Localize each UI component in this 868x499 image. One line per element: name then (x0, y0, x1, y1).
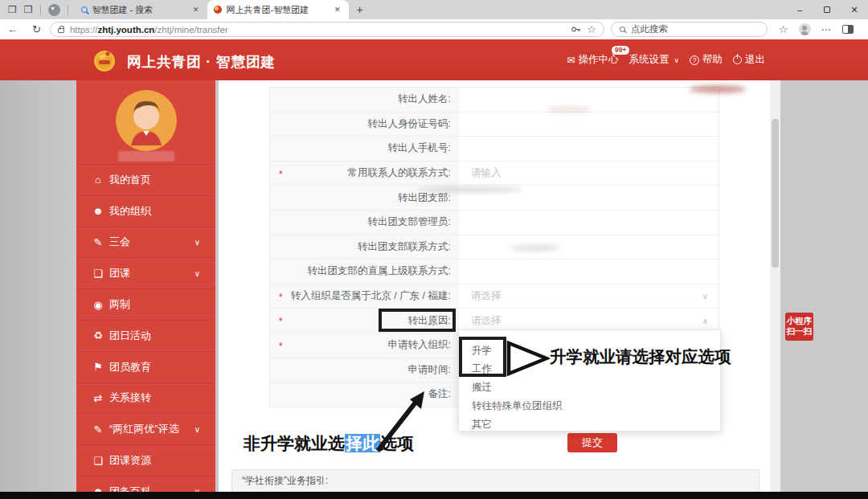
tab-close-icon[interactable]: ✕ (191, 6, 201, 14)
menu-operation-center[interactable]: ✉ 操作中心 99+ (567, 53, 618, 67)
transfer-icon: ⇄ (92, 392, 104, 404)
flag-icon: ⚑ (92, 361, 104, 373)
form-row: * 转出团支部联系方式: (270, 235, 719, 260)
url-text: https://zhtj.youth.cn/zhtj/mine/transfer (70, 25, 565, 35)
redacted-value-smudge (418, 187, 522, 192)
guide-section: “学社衔接”业务指引: (231, 469, 760, 493)
dropdown-option[interactable]: 搬迁 (459, 378, 720, 397)
select-chevron-icon: ∧ (702, 317, 708, 325)
sidebar-item-label: 我的组织 (109, 204, 151, 219)
form-label: 转出团支部: (398, 191, 451, 205)
pinned-tab-icon[interactable] (48, 4, 60, 16)
form-value-cell[interactable] (459, 235, 719, 260)
new-tab-button[interactable]: + (349, 3, 371, 16)
back-button[interactable]: ← (0, 23, 25, 35)
form-label-cell: * 转出人姓名: (270, 88, 459, 112)
form-row: * 转出团支部的直属上级联系方式: (270, 260, 719, 284)
form-value-cell[interactable] (459, 260, 719, 284)
form-label-cell: * 申请转入组织: (270, 333, 459, 358)
sidebar-item[interactable]: ⌂ 我的首页 ∨ (76, 164, 215, 195)
close-button[interactable]: ✕ (841, 0, 868, 19)
scrollbar-thumb[interactable] (772, 119, 779, 268)
sidebar-item[interactable]: ◉ 两制 ∨ (76, 288, 215, 320)
browser-address-bar: ← ↻ https://zhtj.youth.cn/zhtj/mine/tran… (0, 19, 868, 40)
chevron-down-icon: ∨ (194, 238, 200, 247)
form-value-cell[interactable] (459, 137, 719, 162)
browser-tab[interactable]: 智慧团建 - 搜索 ✕ (75, 0, 207, 19)
lock-icon (58, 28, 64, 33)
form-label: 转出团支部联系方式: (358, 240, 451, 254)
password-key-icon[interactable] (571, 24, 581, 35)
bookmark-star-icon[interactable]: ☆ (587, 24, 596, 35)
tab-favicon (81, 6, 88, 13)
sidebar-item[interactable]: ☻ 团务百科 ∨ (76, 476, 215, 492)
tab-close-icon[interactable]: ✕ (333, 6, 342, 14)
sidebar-item[interactable]: ☻ 我的组织 ∨ (76, 195, 215, 227)
sidebar-item[interactable]: ⚑ 团员教育 ∨ (76, 351, 215, 382)
folder-icon: ❏ (92, 455, 104, 467)
app-header: 网上共青团 · 智慧团建 ✉ 操作中心 99+ 系统设置 ∨ ? 帮助 退出 (0, 39, 868, 80)
form-placeholder: 请输入 (471, 166, 502, 180)
tab-actions-icon[interactable]: ❐ (24, 5, 33, 14)
url-field[interactable]: https://zhtj.youth.cn/zhtj/mine/transfer… (50, 22, 604, 37)
menu-logout[interactable]: 退出 (733, 53, 765, 67)
form-row: * 转出人手机号: (270, 137, 719, 162)
form-label-cell: * 转出团支部的直属上级联系方式: (270, 260, 459, 284)
form-label-cell: * 申请时间: (270, 358, 459, 383)
sidebar-item-label: 团课 (109, 266, 130, 280)
form-row: * 常用联系人的联系方式: 请输入 (270, 162, 719, 186)
form-label: 申请时间: (408, 363, 451, 377)
form-value-cell[interactable] (459, 211, 719, 235)
miniapp-scan-badge[interactable]: 小程序 扫一扫 (785, 313, 813, 341)
sidebar-item[interactable]: ❏ 团课资源 ∨ (76, 444, 215, 476)
form-label: 转出人姓名: (398, 92, 451, 106)
redacted-user-name (118, 151, 174, 162)
search-placeholder: 点此搜索 (631, 23, 668, 35)
envelope-icon: ✉ (567, 55, 575, 66)
sidebar: ⌂ 我的首页 ∨ ☻ 我的组织 ∨ ✎ 三会 ∨ (76, 80, 215, 492)
browser-menu-icon[interactable]: ⋯ (821, 24, 832, 35)
sidebar-item-label: 关系接转 (109, 391, 151, 405)
sidebar-item[interactable]: ⇄ 关系接转 ∨ (76, 382, 215, 414)
profile-avatar-icon[interactable] (799, 23, 811, 35)
sidebar-item-label: 两制 (109, 297, 130, 312)
sidebar-item[interactable]: ✎ 三会 ∨ (76, 227, 215, 258)
edit-icon: ✎ (92, 236, 104, 248)
sidebar-item-label: 三会 (109, 235, 130, 249)
sidebar-toggle-icon[interactable] (842, 25, 854, 34)
annotation-hollow-arrow (506, 341, 550, 376)
form-row: * 转出团支部管理员: (270, 211, 719, 235)
favorites-icon[interactable]: ☆ (779, 24, 788, 35)
browser-tab[interactable]: 网上共青团-智慧团建 ✕ (207, 0, 349, 19)
menu-help[interactable]: ? 帮助 (690, 53, 723, 67)
quick-search-box[interactable]: 点此搜索 (611, 22, 768, 37)
sidebar-item[interactable]: ✎ “两红两优”评选 ∨ (76, 413, 215, 444)
recycle-icon: ♻ (92, 329, 104, 342)
form-value-cell[interactable] (459, 112, 719, 137)
refresh-button[interactable]: ↻ (25, 23, 48, 35)
sidebar-item[interactable]: ❏ 团课 ∨ (76, 257, 215, 288)
form-label-cell: * 转入组织是否属于北京 / 广东 / 福建: (270, 284, 459, 309)
form-label-cell: * 转出团支部管理员: (270, 211, 459, 235)
dropdown-option[interactable]: 转往特殊单位团组织 (459, 397, 720, 415)
form-value-cell[interactable]: 请输入 (459, 162, 719, 186)
redacted-value-smudge (510, 245, 561, 251)
minimize-button[interactable]: – (786, 0, 813, 19)
chevron-down-icon: ∨ (194, 269, 200, 278)
sidebar-item-label: 团务百科 (109, 485, 151, 492)
maximize-button[interactable] (813, 0, 841, 19)
workspaces-icon[interactable]: ❒ (8, 5, 17, 14)
form-placeholder: 请选择 (471, 314, 502, 328)
select-chevron-icon: ∨ (702, 292, 708, 301)
menu-system-settings[interactable]: 系统设置 ∨ (628, 53, 679, 67)
form-value-cell[interactable]: 请选择 ∨ (459, 284, 719, 309)
folder-icon: ❏ (92, 268, 104, 280)
tab-title: 智慧团建 - 搜索 (92, 4, 186, 16)
notification-badge: 99+ (612, 46, 629, 55)
submit-button[interactable]: 提交 (567, 433, 617, 452)
annotation-note-right: 升学就业请选择对应选项 (550, 346, 731, 368)
chevron-down-icon: ∨ (674, 56, 679, 64)
dropdown-option[interactable]: 其它 (459, 415, 720, 434)
sidebar-item[interactable]: ♻ 团日活动 ∨ (76, 320, 215, 351)
guide-label: “学社衔接”业务指引: (242, 474, 328, 488)
